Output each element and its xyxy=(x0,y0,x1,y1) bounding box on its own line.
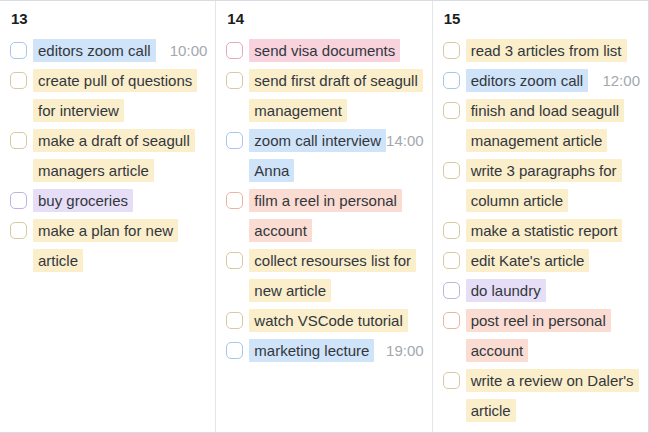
task-label[interactable]: send first draft of seagull management xyxy=(249,69,422,122)
task-label[interactable]: marketing lecture xyxy=(249,339,374,362)
task-label[interactable]: zoom call interview Anna xyxy=(249,129,386,182)
task-time: 19:00 xyxy=(386,336,424,366)
task-checkbox[interactable] xyxy=(443,312,460,329)
task-text: finish and load seagull management artic… xyxy=(466,96,640,156)
task-checkbox[interactable] xyxy=(226,252,243,269)
task-text: edit Kate's article xyxy=(466,246,640,276)
task-text: marketing lecture xyxy=(249,336,382,366)
task-row: film a reel in personal account xyxy=(226,186,423,246)
task-label[interactable]: editors zoom call xyxy=(33,39,156,62)
task-text: write 3 paragraphs for column article xyxy=(466,156,640,216)
task-row: make a plan for new article xyxy=(10,216,207,276)
task-checkbox[interactable] xyxy=(443,42,460,59)
task-checkbox[interactable] xyxy=(443,222,460,239)
task-row: write 3 paragraphs for column article xyxy=(443,156,640,216)
task-checkbox[interactable] xyxy=(226,42,243,59)
task-label[interactable]: collect resourses list for new article xyxy=(249,249,416,302)
day-number: 14 xyxy=(226,10,423,28)
task-row: make a draft of seagull managers article xyxy=(10,126,207,186)
task-checkbox[interactable] xyxy=(443,162,460,179)
task-text: read 3 articles from list xyxy=(466,36,640,66)
task-checkbox[interactable] xyxy=(10,222,27,239)
task-text: do laundry xyxy=(466,276,640,306)
task-checkbox[interactable] xyxy=(10,192,27,209)
day-number: 13 xyxy=(10,10,207,28)
task-text: buy groceries xyxy=(33,186,207,216)
task-text: editors zoom call xyxy=(466,66,599,96)
task-text: make a statistic report xyxy=(466,216,640,246)
task-text: post reel in personal account xyxy=(466,306,640,366)
task-checkbox[interactable] xyxy=(10,132,27,149)
task-row: send visa documents xyxy=(226,36,423,66)
task-text: editors zoom call xyxy=(33,36,166,66)
task-row: buy groceries xyxy=(10,186,207,216)
task-label[interactable]: watch VSCode tutorial xyxy=(249,309,407,332)
task-checkbox[interactable] xyxy=(226,132,243,149)
task-label[interactable]: make a plan for new article xyxy=(33,219,178,272)
task-label[interactable]: do laundry xyxy=(466,279,546,302)
task-row: make a statistic report xyxy=(443,216,640,246)
task-row: collect resourses list for new article xyxy=(226,246,423,306)
task-text: make a plan for new article xyxy=(33,216,207,276)
task-label[interactable]: make a draft of seagull managers article xyxy=(33,129,195,182)
task-checkbox[interactable] xyxy=(443,252,460,269)
task-text: watch VSCode tutorial xyxy=(249,306,423,336)
task-text: create pull of questions for interview xyxy=(33,66,207,126)
task-row: send first draft of seagull management xyxy=(226,66,423,126)
task-checkbox[interactable] xyxy=(10,72,27,89)
task-time: 10:00 xyxy=(170,36,208,66)
day-number: 15 xyxy=(443,10,640,28)
task-text: send visa documents xyxy=(249,36,423,66)
task-checkbox[interactable] xyxy=(226,192,243,209)
task-time: 14:00 xyxy=(386,126,424,156)
task-checkbox[interactable] xyxy=(226,342,243,359)
task-checkbox[interactable] xyxy=(443,102,460,119)
day-column-13: 13editors zoom call10:00create pull of q… xyxy=(0,1,216,432)
task-text: collect resourses list for new article xyxy=(249,246,423,306)
task-row: edit Kate's article xyxy=(443,246,640,276)
task-text: make a draft of seagull managers article xyxy=(33,126,207,186)
task-label[interactable]: read 3 articles from list xyxy=(466,39,627,62)
task-checkbox[interactable] xyxy=(443,282,460,299)
task-label[interactable]: write 3 paragraphs for column article xyxy=(466,159,622,212)
task-checkbox[interactable] xyxy=(10,42,27,59)
task-row: zoom call interview Anna14:00 xyxy=(226,126,423,186)
task-label[interactable]: film a reel in personal account xyxy=(249,189,402,242)
task-label[interactable]: send visa documents xyxy=(249,39,400,62)
task-row: create pull of questions for interview xyxy=(10,66,207,126)
calendar-board: 13editors zoom call10:00create pull of q… xyxy=(0,0,649,433)
task-label[interactable]: post reel in personal account xyxy=(466,309,611,362)
task-label[interactable]: editors zoom call xyxy=(466,69,589,92)
task-row: do laundry xyxy=(443,276,640,306)
task-text: write a review on Daler's article xyxy=(466,366,640,426)
task-row: editors zoom call10:00 xyxy=(10,36,207,66)
task-row: write a review on Daler's article xyxy=(443,366,640,426)
day-column-15: 15read 3 articles from listeditors zoom … xyxy=(433,1,648,432)
task-label[interactable]: write a review on Daler's article xyxy=(466,369,639,422)
task-text: send first draft of seagull management xyxy=(249,66,423,126)
task-checkbox[interactable] xyxy=(226,312,243,329)
day-column-14: 14send visa documentssend first draft of… xyxy=(216,1,432,432)
task-label[interactable]: buy groceries xyxy=(33,189,133,212)
task-row: marketing lecture19:00 xyxy=(226,336,423,366)
task-time: 12:00 xyxy=(602,66,640,96)
task-label[interactable]: make a statistic report xyxy=(466,219,623,242)
task-row: read 3 articles from list xyxy=(443,36,640,66)
task-checkbox[interactable] xyxy=(443,72,460,89)
task-row: editors zoom call12:00 xyxy=(443,66,640,96)
task-checkbox[interactable] xyxy=(443,372,460,389)
task-label[interactable]: edit Kate's article xyxy=(466,249,590,272)
task-label[interactable]: finish and load seagull management artic… xyxy=(466,99,624,152)
task-row: finish and load seagull management artic… xyxy=(443,96,640,156)
task-text: zoom call interview Anna xyxy=(249,126,382,186)
task-text: film a reel in personal account xyxy=(249,186,423,246)
task-row: post reel in personal account xyxy=(443,306,640,366)
task-label[interactable]: create pull of questions for interview xyxy=(33,69,197,122)
task-checkbox[interactable] xyxy=(226,72,243,89)
task-row: watch VSCode tutorial xyxy=(226,306,423,336)
